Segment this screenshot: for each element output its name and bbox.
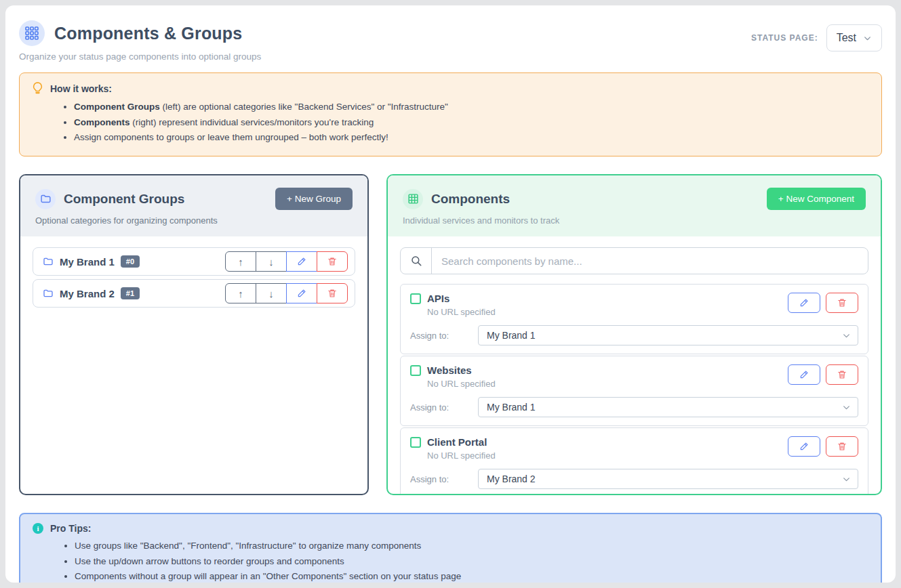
- component-card: Websites No URL specified: [400, 356, 868, 426]
- pro-tip-bullet: Use the up/down arrow buttons to reorder…: [75, 554, 868, 570]
- assigned-group-value: My Brand 2: [487, 474, 536, 484]
- group-list: My Brand 1 #0 ↑ ↓: [20, 236, 367, 494]
- assign-group-select[interactable]: My Brand 1: [478, 397, 858, 417]
- edit-group-button[interactable]: [286, 251, 317, 272]
- status-page-label: STATUS PAGE:: [751, 33, 818, 43]
- component-search: [400, 247, 868, 274]
- component-actions: [788, 293, 858, 313]
- status-page-value: Test: [837, 32, 856, 44]
- arrow-down-icon: ↓: [268, 288, 274, 299]
- component-groups-panel: Component Groups + New Group Optional ca…: [19, 174, 369, 495]
- bullet-text: Use the up/down arrow buttons to reorder…: [75, 556, 344, 566]
- component-actions: [788, 364, 858, 385]
- folder-icon: [43, 256, 54, 267]
- arrow-up-icon: ↑: [238, 256, 243, 268]
- assign-group-select[interactable]: My Brand 2: [478, 469, 858, 489]
- trash-icon: [837, 298, 847, 308]
- bullet-bold-text: Components: [74, 117, 130, 127]
- move-group-up-button[interactable]: ↑: [225, 283, 256, 303]
- new-component-button[interactable]: + New Component: [767, 188, 866, 210]
- page-header: Components & Groups Organize your status…: [19, 20, 882, 62]
- chevron-down-icon: [842, 403, 851, 412]
- lightbulb-icon: [32, 82, 43, 95]
- group-actions: ↑ ↓: [225, 251, 348, 272]
- bullet-text: (right) represent individual services/mo…: [130, 117, 374, 127]
- arrow-up-icon: ↑: [238, 288, 243, 299]
- components-panel-subtitle: Individual services and monitors to trac…: [403, 215, 866, 226]
- component-url-note: No URL specified: [427, 450, 496, 461]
- component-name: Websites: [427, 364, 472, 376]
- how-it-works-list: Component Groups (left) are optional cat…: [32, 100, 869, 146]
- assign-to-label: Assign to:: [410, 402, 459, 413]
- page-title: Components & Groups: [54, 24, 242, 43]
- assign-to-label: Assign to:: [410, 331, 459, 341]
- pencil-icon: [297, 289, 306, 298]
- how-it-works-bullet: Components (right) represent individual …: [74, 115, 869, 131]
- groups-panel-title: Component Groups: [64, 192, 184, 207]
- assigned-group-value: My Brand 1: [487, 402, 536, 413]
- pro-tips-box: i Pro Tips: Use groups like "Backend", "…: [19, 513, 882, 583]
- component-card: Client Portal No URL specified: [400, 427, 868, 495]
- assigned-group-value: My Brand 1: [487, 330, 536, 341]
- assign-group-select[interactable]: My Brand 1: [478, 325, 858, 345]
- arrow-down-icon: ↓: [268, 256, 274, 268]
- move-group-down-button[interactable]: ↓: [256, 283, 287, 303]
- trash-icon: [327, 289, 337, 298]
- component-checkbox[interactable]: [410, 293, 421, 304]
- grid-table-icon: [403, 189, 423, 209]
- pencil-icon: [799, 370, 809, 379]
- bullet-text: Use groups like "Backend", "Frontend", "…: [75, 541, 421, 551]
- trash-icon: [837, 370, 847, 379]
- move-group-up-button[interactable]: ↑: [225, 251, 256, 272]
- trash-icon: [327, 257, 337, 266]
- pencil-icon: [799, 298, 809, 308]
- edit-component-button[interactable]: [788, 293, 820, 313]
- edit-group-button[interactable]: [286, 283, 317, 303]
- delete-group-button[interactable]: [317, 283, 348, 303]
- delete-group-button[interactable]: [317, 251, 348, 272]
- edit-component-button[interactable]: [788, 436, 820, 457]
- info-icon: i: [33, 523, 43, 534]
- delete-component-button[interactable]: [826, 293, 858, 313]
- pro-tip-bullet: Use groups like "Backend", "Frontend", "…: [75, 539, 868, 554]
- components-panel: Components + New Component Individual se…: [386, 174, 882, 495]
- pencil-icon: [297, 257, 306, 266]
- page-subtitle: Organize your status page components int…: [19, 51, 261, 62]
- assign-to-label: Assign to:: [410, 474, 459, 484]
- chevron-down-icon: [842, 331, 851, 340]
- how-it-works-bullet: Component Groups (left) are optional cat…: [74, 100, 869, 115]
- groups-panel-subtitle: Optional categories for organizing compo…: [35, 215, 353, 226]
- group-name: My Brand 1: [60, 256, 115, 268]
- edit-component-button[interactable]: [788, 364, 820, 385]
- pro-tip-bullet: Components without a group will appear i…: [75, 569, 868, 583]
- pro-tips-list: Use groups like "Backend", "Frontend", "…: [33, 539, 868, 583]
- search-icon: [401, 248, 432, 274]
- component-card: APIs No URL specified: [400, 284, 868, 354]
- chevron-down-icon: [863, 34, 872, 43]
- group-order-badge: #0: [121, 255, 140, 268]
- how-it-works-title: How it works:: [50, 83, 112, 94]
- new-group-button[interactable]: + New Group: [275, 188, 353, 210]
- group-name: My Brand 2: [60, 288, 115, 299]
- group-row: My Brand 1 #0 ↑ ↓: [33, 247, 355, 276]
- search-input[interactable]: [432, 255, 868, 267]
- component-url-note: No URL specified: [427, 307, 496, 317]
- components-groups-page: Components & Groups Organize your status…: [5, 5, 896, 583]
- move-group-down-button[interactable]: ↓: [256, 251, 287, 272]
- components-panel-title: Components: [431, 192, 510, 207]
- bullet-bold-text: Component Groups: [74, 102, 160, 112]
- component-name: APIs: [427, 293, 449, 304]
- bullet-text: Assign components to groups or leave the…: [74, 132, 388, 142]
- component-checkbox[interactable]: [410, 437, 421, 448]
- bullet-text: (left) are optional categories like "Bac…: [160, 102, 448, 112]
- folder-icon: [35, 189, 56, 209]
- component-checkbox[interactable]: [410, 365, 421, 376]
- delete-component-button[interactable]: [826, 364, 858, 385]
- component-name: Client Portal: [427, 436, 487, 448]
- delete-component-button[interactable]: [826, 436, 858, 457]
- status-page-select[interactable]: Test: [826, 24, 882, 51]
- pencil-icon: [799, 442, 809, 451]
- component-url-note: No URL specified: [427, 379, 496, 389]
- how-it-works-box: How it works: Component Groups (left) ar…: [19, 72, 882, 156]
- apps-grid-icon: [19, 20, 45, 46]
